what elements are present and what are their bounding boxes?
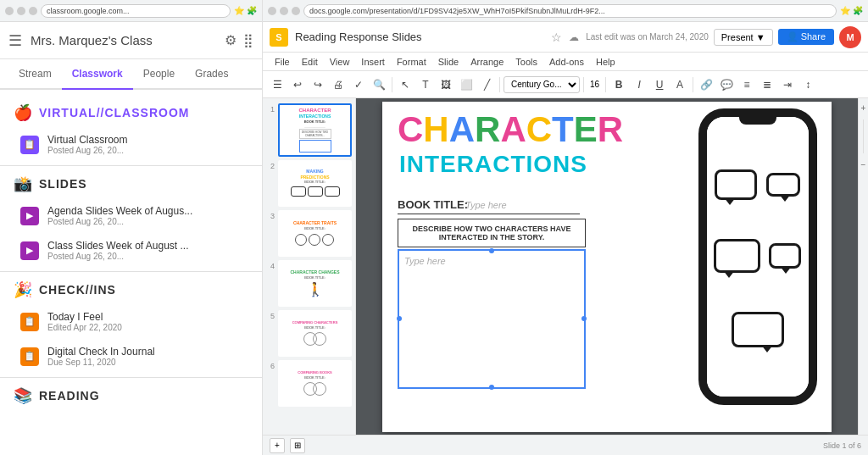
bubble-2 [766, 173, 800, 197]
thumb-img-3: CHARACTER TRAITS BOOK TITLE: [278, 210, 352, 257]
thumbnail-2[interactable]: 2 MAKING PREDICTIONS BOOK TITLE: [266, 160, 352, 207]
slides-toolbar: ☰ ↩ ↪ 🖨 ✓ 🔍 ↖ T 🖼 ⬜ ╱ Century Go... 16 B… [263, 71, 868, 98]
toolbar-undo[interactable]: ↩ [288, 75, 307, 94]
checkins-title: CHECK//INS [39, 283, 116, 297]
forward-btn[interactable] [17, 7, 25, 15]
menu-view[interactable]: View [325, 55, 355, 69]
virtual-classroom-item[interactable]: 📋 Virtual Classroom Posted Aug 26, 20... [0, 127, 262, 162]
bubble-4 [769, 243, 801, 269]
char-a: A [449, 112, 475, 147]
toolbar-cursor[interactable]: ↖ [396, 75, 415, 94]
class-slides-icon: ▶ [20, 241, 39, 260]
toolbar-link[interactable]: 🔗 [697, 75, 715, 94]
toolbar-underline[interactable]: U [650, 75, 669, 94]
toolbar-bold[interactable]: B [609, 75, 628, 94]
class-slides-text: Class Slides Week of August ... Posted A… [47, 240, 248, 261]
font-selector[interactable]: Century Go... [504, 76, 580, 93]
back-btn[interactable] [5, 7, 14, 15]
right-extensions[interactable]: ⭐ 🧩 [840, 6, 863, 15]
toolbar-comment[interactable]: 💬 [717, 75, 736, 94]
separator-4 [605, 77, 606, 92]
text-area-box[interactable]: Type here [398, 249, 586, 389]
add-slide-btn[interactable]: + [270, 438, 285, 453]
toolbar-indent[interactable]: ⇥ [778, 75, 797, 94]
toolbar-menu[interactable]: ☰ [268, 75, 287, 94]
right-reload-btn[interactable] [292, 7, 300, 15]
menu-addons[interactable]: Add-ons [544, 55, 589, 69]
left-url-bar[interactable]: classroom.google.com... [41, 4, 231, 18]
selection-handle-left [397, 316, 402, 321]
reload-btn[interactable] [29, 7, 37, 15]
slides-logo: S [270, 28, 288, 47]
char-c2: C [526, 112, 552, 147]
nav-stream[interactable]: Stream [8, 59, 62, 90]
digital-checkin-item[interactable]: 📋 Digital Check In Journal Due Sep 11, 2… [0, 339, 262, 374]
share-button[interactable]: 👤 Share [778, 29, 834, 45]
menu-tools[interactable]: Tools [510, 55, 542, 69]
toolbar-linespacing[interactable]: ↕ [798, 75, 817, 94]
sidebar-minus[interactable]: − [861, 160, 866, 169]
thumbnail-1[interactable]: 1 CHARACTER INTERACTIONS BOOK TITLE: ___… [266, 103, 352, 157]
thumb-img-6: COMPARING BOOKS BOOK TITLE: [278, 360, 352, 407]
slide-canvas: C H A R A C T E R INTERACTIONS BOOK TITL… [382, 102, 832, 432]
apps-icon[interactable]: ⣿ [243, 32, 253, 48]
toolbar-shapes[interactable]: ⬜ [457, 75, 476, 94]
toolbar-italic[interactable]: I [630, 75, 648, 94]
selection-handle-top [489, 248, 494, 253]
toolbar-list[interactable]: ≣ [758, 75, 776, 94]
right-url-bar[interactable]: docs.google.com/presentation/d/1FD9SV42j… [303, 4, 837, 18]
thumbnail-6[interactable]: 6 COMPARING BOOKS BOOK TITLE: [266, 360, 352, 407]
menu-file[interactable]: File [270, 55, 295, 69]
menu-slide[interactable]: Slide [433, 55, 464, 69]
digital-checkin-text: Digital Check In Journal Due Sep 11, 202… [47, 346, 248, 367]
digital-checkin-name: Digital Check In Journal [47, 346, 248, 358]
virtual-classroom-section-header: 🍎 VIRTUAL//CLASSROOM [0, 98, 262, 127]
toolbar-image[interactable]: 🖼 [437, 75, 455, 94]
virtual-classroom-icon: 📋 [20, 136, 39, 154]
nav-grades[interactable]: Grades [185, 59, 238, 90]
menu-arrange[interactable]: Arrange [465, 55, 509, 69]
today-i-feel-item[interactable]: 📋 Today I Feel Edited Apr 22, 2020 [0, 304, 262, 339]
thumb-num-2: 2 [266, 160, 275, 170]
nav-classwork[interactable]: Classwork [62, 59, 133, 90]
present-button[interactable]: Present ▼ [714, 29, 773, 46]
toolbar-lines[interactable]: ╱ [477, 75, 496, 94]
toolbar-color[interactable]: A [670, 75, 689, 94]
menu-edit[interactable]: Edit [297, 55, 323, 69]
grid-view-btn[interactable]: ⊞ [290, 438, 305, 453]
settings-icon[interactable]: ⚙ [225, 32, 236, 48]
extensions-area[interactable]: ⭐ 🧩 [234, 6, 257, 15]
thumbnail-4[interactable]: 4 CHARACTER CHANGES BOOK TITLE: 🚶 [266, 260, 352, 307]
menu-format[interactable]: Format [392, 55, 431, 69]
menu-help[interactable]: Help [591, 55, 620, 69]
toolbar-align[interactable]: ≡ [737, 75, 756, 94]
thumb-num-4: 4 [266, 260, 275, 270]
thumbnail-5[interactable]: 5 COMPARING CHARACTERS BOOK TITLE: [266, 310, 352, 357]
toolbar-redo[interactable]: ↪ [309, 75, 327, 94]
menu-icon[interactable]: ☰ [8, 31, 22, 50]
menu-insert[interactable]: Insert [356, 55, 390, 69]
user-avatar[interactable]: M [839, 26, 861, 48]
toolbar-print[interactable]: 🖨 [329, 75, 348, 94]
agenda-slides-item[interactable]: ▶ Agenda Slides Week of Augus... Posted … [0, 198, 262, 233]
char-r: R [475, 112, 500, 147]
thumb-img-1: CHARACTER INTERACTIONS BOOK TITLE: _____… [278, 103, 352, 157]
slide-bottom-bar: + ⊞ Slide 1 of 6 [263, 435, 868, 455]
nav-people[interactable]: People [133, 59, 185, 90]
star-icon[interactable]: ☆ [551, 31, 562, 44]
toolbar-text[interactable]: T [416, 75, 435, 94]
class-slides-item[interactable]: ▶ Class Slides Week of August ... Posted… [0, 233, 262, 268]
right-back-btn[interactable] [268, 7, 276, 15]
thumbnail-3[interactable]: 3 CHARACTER TRAITS BOOK TITLE: [266, 210, 352, 257]
toolbar-spellcheck[interactable]: ✓ [349, 75, 368, 94]
divider-1 [0, 165, 262, 166]
slides-file-title[interactable]: Reading Response Slides [295, 31, 544, 43]
sidebar-plus[interactable]: + [861, 103, 866, 113]
toolbar-zoom[interactable]: 🔍 [370, 75, 388, 94]
type-here-book[interactable]: Type here [465, 200, 507, 210]
char-h: H [423, 112, 448, 147]
right-forward-btn[interactable] [280, 7, 288, 15]
last-edit: Last edit was on March 24, 2020 [586, 32, 709, 42]
thumb-img-5: COMPARING CHARACTERS BOOK TITLE: [278, 310, 352, 357]
header-icons: ⚙ ⣿ [225, 32, 253, 48]
